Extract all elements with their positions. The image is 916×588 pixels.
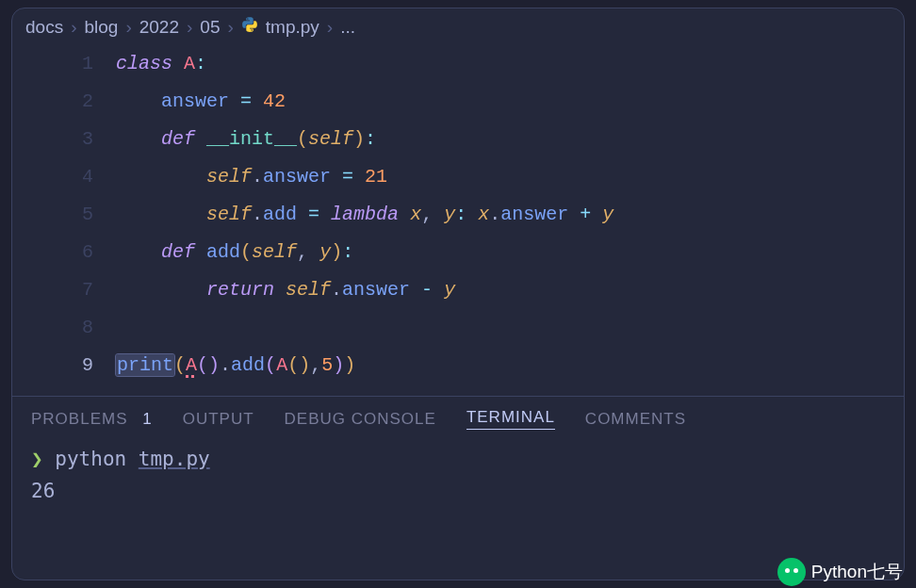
breadcrumb-segment[interactable]: blog xyxy=(84,17,118,38)
chevron-right-icon: › xyxy=(327,17,333,38)
breadcrumb-segment[interactable]: 05 xyxy=(200,17,220,38)
code-line[interactable]: self.add = lambda x, y: x.answer + y xyxy=(116,196,904,234)
problems-count-badge: 1 xyxy=(142,410,152,428)
tab-debug-console[interactable]: DEBUG CONSOLE xyxy=(285,410,436,429)
breadcrumb-segment[interactable]: 2022 xyxy=(139,17,179,38)
breadcrumb[interactable]: docs › blog › 2022 › 05 › tmp.py › ... xyxy=(12,8,904,45)
code-line[interactable]: answer = 42 xyxy=(116,83,904,121)
terminal-command: python xyxy=(55,448,126,470)
line-number: 3 xyxy=(12,121,93,158)
chevron-right-icon: › xyxy=(71,17,76,38)
line-number: 2 xyxy=(12,83,93,121)
editor-window: docs › blog › 2022 › 05 › tmp.py › ... 1… xyxy=(11,8,905,580)
breadcrumb-file[interactable]: tmp.py xyxy=(266,17,319,38)
line-number: 6 xyxy=(12,234,93,271)
code-line[interactable]: class A: xyxy=(116,45,904,83)
code-content[interactable]: class A: answer = 42 def __init__(self):… xyxy=(116,45,904,384)
code-line[interactable]: print(A().add(A(),5)) xyxy=(116,347,904,384)
line-number: 5 xyxy=(12,196,93,234)
chevron-right-icon: › xyxy=(187,17,192,38)
breadcrumb-tail[interactable]: ... xyxy=(340,17,355,38)
line-number: 8 xyxy=(12,309,93,347)
terminal-output-line: 26 xyxy=(31,475,885,507)
terminal-argument: tmp.py xyxy=(139,448,210,470)
line-number-gutter: 123456789 xyxy=(12,45,116,384)
code-line[interactable]: def add(self, y): xyxy=(116,234,904,271)
terminal-prompt: ❯ xyxy=(31,448,43,470)
watermark-text: Python七号 xyxy=(811,560,903,584)
code-line[interactable] xyxy=(116,309,904,347)
breadcrumb-segment[interactable]: docs xyxy=(25,17,63,38)
bottom-panel: PROBLEMS 1 OUTPUT DEBUG CONSOLE TERMINAL… xyxy=(12,396,904,513)
tab-problems[interactable]: PROBLEMS 1 xyxy=(31,410,153,429)
tab-terminal[interactable]: TERMINAL xyxy=(466,408,555,430)
tab-output[interactable]: OUTPUT xyxy=(183,410,254,429)
line-number: 9 xyxy=(12,347,93,384)
tab-comments[interactable]: COMMENTS xyxy=(585,410,686,429)
code-line[interactable]: return self.answer - y xyxy=(116,271,904,309)
chevron-right-icon: › xyxy=(125,17,131,38)
terminal-content[interactable]: ❯ python tmp.py 26 xyxy=(12,437,904,513)
wechat-logo-icon xyxy=(777,558,806,586)
code-line[interactable]: def __init__(self): xyxy=(116,121,904,158)
line-number: 1 xyxy=(12,45,93,83)
watermark: Python七号 xyxy=(777,558,903,586)
panel-tabs: PROBLEMS 1 OUTPUT DEBUG CONSOLE TERMINAL… xyxy=(12,397,904,437)
code-line[interactable]: self.answer = 21 xyxy=(116,158,904,196)
line-number: 4 xyxy=(12,158,93,196)
python-file-icon xyxy=(241,16,258,38)
chevron-right-icon: › xyxy=(227,17,233,38)
terminal-command-line: ❯ python tmp.py xyxy=(31,443,885,475)
code-editor[interactable]: 123456789 class A: answer = 42 def __ini… xyxy=(12,45,904,384)
line-number: 7 xyxy=(12,271,93,309)
